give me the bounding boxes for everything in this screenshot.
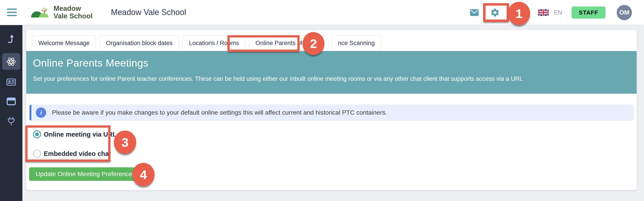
window-icon	[6, 96, 16, 107]
settings-card: Welcome Message Organisation block dates…	[26, 30, 636, 190]
avatar[interactable]: OM	[617, 5, 632, 20]
plug-icon	[6, 116, 16, 126]
sidebar-item-contacts[interactable]	[0, 77, 22, 88]
tab-organisation-block-dates[interactable]: Organisation block dates	[100, 36, 179, 51]
banner-title: Online Parents Meetings	[33, 57, 630, 69]
alert-text: Please be aware if you make changes to y…	[52, 109, 387, 116]
info-icon: i	[36, 107, 46, 118]
sidebar-item-integrations[interactable]	[0, 116, 22, 126]
update-preference-button[interactable]: Update Online Meeting Preference	[29, 167, 139, 181]
tab-attendance-scanning-partial[interactable]: nce Scanning	[332, 36, 381, 51]
logo-line1: Meadow	[54, 5, 92, 12]
info-alert: i Please be aware if you make changes to…	[29, 105, 634, 120]
annotation-step-3: 3	[114, 131, 136, 154]
atom-icon	[2, 56, 20, 67]
annotation-box-gear	[483, 3, 509, 22]
section-banner: Online Parents Meetings Set your prefere…	[26, 51, 636, 94]
id-card-icon	[6, 77, 16, 88]
annotation-box-radios	[25, 125, 110, 162]
top-header: Meadow Vale School Meadow Vale School	[0, 0, 644, 25]
annotation-box-tab	[228, 35, 300, 52]
page: Meadow Vale School Meadow Vale School	[0, 0, 644, 201]
language-label[interactable]: EN	[554, 9, 562, 16]
logo-hills-icon	[31, 5, 51, 20]
annotation-step-1: 1	[508, 2, 530, 25]
hamburger-menu-icon[interactable]	[7, 9, 18, 16]
sidebar-item-window[interactable]	[0, 96, 22, 107]
sidebar-item-level-up[interactable]	[0, 34, 22, 44]
banner-description: Set your preferences for online Parent t…	[33, 75, 630, 82]
sidebar-item-settings-active[interactable]	[2, 53, 20, 70]
tab-welcome-message[interactable]: Welcome Message	[32, 36, 96, 51]
mail-icon[interactable]	[470, 9, 479, 16]
left-sidebar	[0, 25, 22, 201]
annotation-step-2: 2	[302, 32, 324, 55]
logo-text: Meadow Vale School	[54, 5, 92, 20]
logo-line2: Vale School	[54, 12, 92, 20]
school-logo: Meadow Vale School	[31, 5, 92, 20]
level-up-arrow-icon	[6, 34, 16, 44]
uk-flag-icon[interactable]	[538, 9, 549, 16]
annotation-step-4: 4	[132, 163, 154, 186]
settings-tabs: Welcome Message Organisation block dates…	[32, 36, 636, 51]
staff-role-badge[interactable]: STAFF	[572, 7, 606, 19]
page-title: Meadow Vale School	[111, 8, 186, 17]
alert-accent-bar	[30, 105, 31, 120]
